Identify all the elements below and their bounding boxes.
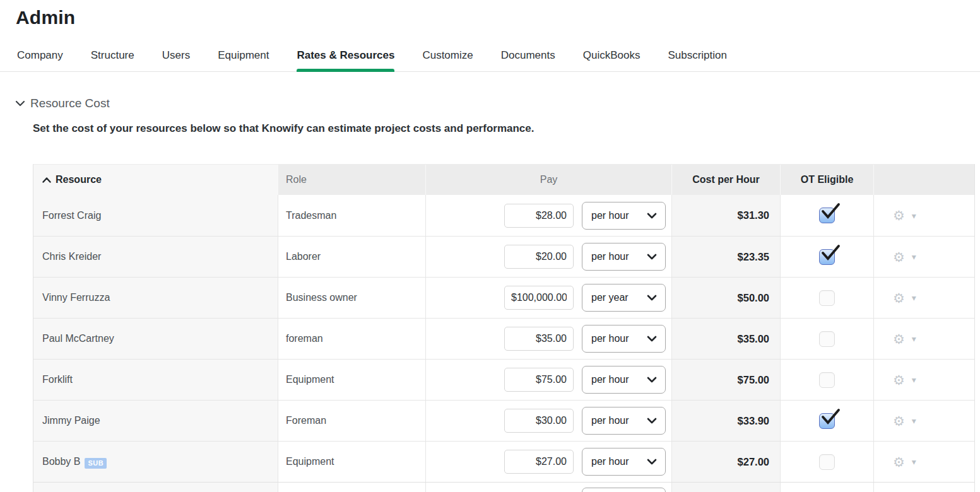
ot-eligible-checkbox[interactable] (819, 331, 835, 347)
pay-amount-input[interactable] (504, 450, 574, 474)
tab-customize[interactable]: Customize (422, 44, 473, 71)
tab-rates-resources[interactable]: Rates & Resources (297, 44, 394, 71)
table-row: Forrest Craig Tradesman per hour $31.30 (33, 195, 974, 236)
gear-icon: ⚙ (893, 332, 905, 346)
tab-quickbooks[interactable]: QuickBooks (583, 44, 641, 71)
pay-unit-select[interactable]: per hour (582, 243, 666, 271)
chevron-down-icon (647, 418, 657, 424)
chevron-down-icon (647, 459, 657, 465)
row-settings-button[interactable]: ⚙ ▾ (893, 209, 916, 222)
caret-down-icon: ▾ (912, 252, 916, 261)
cost-per-hour-value: $35.00 (738, 333, 769, 345)
role-text: Business owner (286, 292, 357, 303)
tab-documents[interactable]: Documents (501, 44, 555, 71)
tab-label: Users (162, 49, 190, 61)
tab-company[interactable]: Company (17, 44, 63, 71)
checkmark-icon (821, 203, 840, 220)
caret-down-icon: ▾ (912, 416, 916, 425)
row-settings-button[interactable]: ⚙ ▾ (893, 250, 916, 264)
active-tab-underline (297, 69, 394, 72)
cost-per-hour-value: $50.00 (738, 292, 769, 304)
sort-ascending-icon (42, 177, 51, 183)
gear-icon: ⚙ (893, 373, 905, 387)
role-text: Equipment (286, 374, 334, 385)
gear-icon: ⚙ (893, 250, 905, 264)
pay-unit-select[interactable]: per hour (582, 202, 666, 230)
pay-amount-input[interactable] (504, 204, 574, 228)
pay-unit-select[interactable]: per hour (582, 325, 666, 353)
pay-amount-input[interactable] (504, 245, 574, 269)
pay-unit-value: per hour (591, 210, 629, 221)
tab-users[interactable]: Users (162, 44, 190, 71)
page-title: Admin (16, 7, 980, 28)
pay-unit-value: per hour (591, 374, 629, 385)
pay-amount-input[interactable] (504, 368, 574, 392)
pay-amount-input[interactable] (504, 286, 574, 310)
table-row: Chris Kreider Laborer per hour $23.35 (33, 236, 974, 277)
column-header-resource[interactable]: Resource (33, 165, 278, 195)
table-row-partial (33, 482, 974, 492)
chevron-down-icon (647, 377, 657, 383)
row-settings-button[interactable]: ⚙ ▾ (893, 414, 916, 428)
ot-eligible-checkbox[interactable] (819, 372, 835, 388)
ot-eligible-checkbox[interactable] (819, 454, 835, 470)
gear-icon: ⚙ (893, 209, 905, 222)
column-header-pay[interactable]: Pay (426, 165, 672, 195)
table-row: Jimmy Paige Foreman per hour $33.90 (33, 400, 974, 441)
caret-down-icon: ▾ (912, 375, 916, 384)
pay-unit-select[interactable]: per hour (582, 407, 666, 435)
ot-eligible-checkbox[interactable] (819, 290, 835, 306)
checkmark-icon (821, 245, 840, 261)
chevron-down-icon (647, 295, 657, 301)
chevron-down-icon (647, 254, 657, 260)
row-settings-button[interactable]: ⚙ ▾ (893, 373, 916, 387)
role-text: Equipment (286, 456, 334, 467)
row-settings-button[interactable]: ⚙ ▾ (893, 455, 916, 469)
table-row: Paul McCartney foreman per hour $35.00 (33, 318, 974, 359)
caret-down-icon: ▾ (912, 457, 916, 466)
pay-unit-value: per hour (591, 415, 629, 426)
pay-unit-value: per hour (591, 456, 629, 467)
section-title: Resource Cost (30, 97, 110, 110)
admin-tabbar: Company Structure Users Equipment Rates … (0, 44, 980, 72)
tab-label: Subscription (668, 49, 727, 61)
tab-equipment[interactable]: Equipment (218, 44, 269, 71)
column-header-actions (874, 165, 974, 195)
resource-cost-section-toggle[interactable]: Resource Cost (15, 97, 980, 110)
sub-badge: SUB (85, 458, 107, 469)
resource-name: Paul McCartney (42, 333, 114, 344)
pay-amount-input[interactable] (504, 327, 574, 351)
column-header-ot-eligible[interactable]: OT Eligible (781, 165, 874, 195)
tab-label: Rates & Resources (297, 49, 394, 61)
tab-subscription[interactable]: Subscription (668, 44, 727, 71)
column-header-cost-per-hour[interactable]: Cost per Hour (672, 165, 781, 195)
resource-cost-table: Resource Role Pay Cost per Hour OT Eligi… (33, 164, 975, 492)
ot-eligible-checkbox[interactable] (819, 249, 835, 265)
tab-structure[interactable]: Structure (91, 44, 134, 71)
pay-unit-select[interactable]: per hour (582, 366, 666, 394)
row-settings-button[interactable]: ⚙ ▾ (893, 291, 916, 305)
caret-down-icon: ▾ (912, 211, 916, 220)
table-header-row: Resource Role Pay Cost per Hour OT Eligi… (33, 165, 974, 195)
table-row: Bobby B SUB Equipment per hour $27.00 (33, 441, 974, 482)
tab-label: Customize (422, 49, 473, 61)
row-settings-button[interactable]: ⚙ ▾ (893, 332, 916, 346)
table-row: Vinny Ferruzza Business owner per year $… (33, 277, 974, 318)
pay-amount-input[interactable] (504, 409, 574, 433)
chevron-down-icon (15, 100, 25, 107)
pay-unit-select[interactable] (582, 488, 666, 492)
caret-down-icon: ▾ (912, 293, 916, 302)
pay-unit-select[interactable]: per hour (582, 448, 666, 476)
cost-per-hour-value: $27.00 (738, 456, 769, 468)
resource-name: Vinny Ferruzza (42, 292, 110, 303)
ot-eligible-checkbox[interactable] (819, 413, 835, 429)
column-header-role[interactable]: Role (278, 165, 426, 195)
role-text: Foreman (286, 415, 326, 426)
table-row: Forklift Equipment per hour $75.00 (33, 359, 974, 400)
role-text: Laborer (286, 251, 321, 262)
ot-eligible-checkbox[interactable] (819, 208, 835, 223)
caret-down-icon: ▾ (912, 334, 916, 343)
gear-icon: ⚙ (893, 455, 905, 469)
pay-unit-select[interactable]: per year (582, 284, 666, 312)
tab-label: Equipment (218, 49, 269, 61)
